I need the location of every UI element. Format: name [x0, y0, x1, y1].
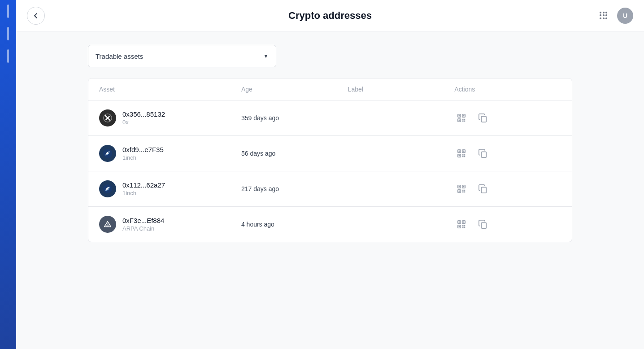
svg-rect-45: [459, 222, 460, 223]
sidebar-indicator: [7, 49, 9, 63]
asset-network: ARPA Chain: [122, 225, 164, 232]
svg-rect-47: [459, 226, 460, 227]
grid-icon: [600, 12, 608, 20]
svg-rect-35: [459, 191, 460, 192]
actions-cell: [454, 182, 561, 196]
page-title: Crypto addresses: [288, 10, 372, 22]
copy-button[interactable]: [476, 217, 490, 231]
header: Crypto addresses U: [16, 0, 644, 31]
copy-button[interactable]: [476, 146, 490, 161]
table-header: Asset Age Label Actions: [88, 79, 572, 100]
filter-select-label: Tradable assets: [96, 52, 143, 60]
sidebar-indicator: [7, 4, 9, 18]
table-row: 0x112...62a27 1inch 217 days ago: [88, 171, 572, 207]
asset-cell: 0x112...62a27 1inch: [99, 180, 241, 197]
svg-rect-34: [463, 186, 465, 188]
asset-icon-1inch: [99, 145, 116, 162]
asset-address: 0x112...62a27: [122, 181, 165, 189]
column-header-label: Label: [348, 86, 455, 93]
svg-rect-36: [462, 190, 464, 191]
copy-button[interactable]: [476, 111, 490, 125]
svg-rect-50: [462, 227, 464, 228]
avatar[interactable]: U: [617, 8, 633, 24]
table-row: 0xF3e...Ef884 ARPA Chain 4 hours ago: [88, 207, 572, 242]
column-header-age: Age: [241, 86, 348, 93]
asset-address: 0xF3e...Ef884: [122, 217, 164, 224]
svg-rect-20: [459, 151, 460, 152]
table-row: 0xfd9...e7F35 1inch 56 days ago: [88, 136, 572, 171]
asset-info: 0xfd9...e7F35 1inch: [122, 146, 164, 161]
age-cell: 56 days ago: [241, 150, 348, 157]
asset-filter-dropdown[interactable]: Tradable assets ▼: [88, 45, 276, 67]
svg-rect-46: [463, 222, 465, 223]
actions-cell: [454, 217, 561, 231]
svg-point-29: [107, 188, 109, 190]
qr-code-button[interactable]: [454, 146, 469, 161]
svg-rect-12: [462, 121, 464, 122]
asset-cell: 0xF3e...Ef884 ARPA Chain: [99, 216, 241, 233]
asset-address: 0xfd9...e7F35: [122, 146, 164, 153]
svg-rect-33: [459, 186, 460, 188]
svg-rect-27: [482, 152, 487, 157]
asset-icon-0x: [99, 109, 116, 127]
age-cell: 359 days ago: [241, 114, 348, 122]
asset-network: 0x: [122, 119, 165, 126]
svg-rect-37: [464, 190, 466, 191]
svg-rect-51: [464, 227, 466, 228]
svg-rect-10: [462, 119, 464, 120]
sidebar-indicator: [7, 27, 9, 40]
column-header-actions: Actions: [454, 86, 561, 93]
svg-rect-49: [464, 225, 466, 227]
asset-info: 0x356...85132 0x: [122, 110, 165, 126]
asset-cell: 0x356...85132 0x: [99, 109, 241, 127]
svg-point-16: [107, 153, 109, 154]
svg-rect-8: [463, 115, 465, 117]
svg-rect-24: [464, 154, 466, 156]
svg-rect-39: [464, 192, 466, 193]
header-left: [27, 7, 45, 25]
age-cell: 4 hours ago: [241, 221, 348, 228]
asset-icon-1inch-2: [99, 180, 116, 197]
asset-info: 0x112...62a27 1inch: [122, 181, 165, 196]
svg-rect-21: [463, 151, 465, 152]
column-header-asset: Asset: [99, 86, 241, 93]
sidebar: [0, 0, 16, 349]
svg-rect-11: [464, 119, 466, 120]
asset-address: 0x356...85132: [122, 110, 165, 118]
qr-code-button[interactable]: [454, 182, 469, 196]
qr-code-button[interactable]: [454, 217, 469, 231]
svg-rect-48: [462, 225, 464, 227]
svg-rect-52: [482, 222, 487, 228]
actions-cell: [454, 146, 561, 161]
svg-rect-38: [462, 192, 464, 193]
svg-rect-14: [482, 116, 487, 122]
asset-network: 1inch: [122, 154, 164, 161]
back-button[interactable]: [27, 7, 45, 25]
asset-cell: 0xfd9...e7F35 1inch: [99, 145, 241, 162]
header-right: U: [596, 8, 633, 24]
qr-code-button[interactable]: [454, 111, 469, 125]
chevron-down-icon: ▼: [263, 53, 269, 59]
asset-info: 0xF3e...Ef884 ARPA Chain: [122, 217, 164, 232]
svg-rect-22: [459, 155, 460, 157]
svg-rect-25: [462, 156, 464, 157]
svg-rect-7: [459, 115, 460, 117]
table-row: 0x356...85132 0x 359 days ago: [88, 100, 572, 136]
svg-rect-9: [459, 120, 460, 121]
asset-icon-arpa: [99, 216, 116, 233]
svg-rect-40: [482, 187, 487, 193]
svg-rect-23: [462, 154, 464, 156]
svg-rect-13: [464, 121, 466, 122]
asset-network: 1inch: [122, 190, 165, 196]
svg-rect-26: [464, 156, 466, 157]
main-content: Tradable assets ▼ Asset Age Label Action…: [16, 31, 644, 349]
actions-cell: [454, 111, 561, 125]
copy-button[interactable]: [476, 182, 490, 196]
grid-icon-button[interactable]: [596, 8, 612, 24]
age-cell: 217 days ago: [241, 185, 348, 192]
addresses-table: Asset Age Label Actions 0x356...85132: [88, 78, 572, 242]
